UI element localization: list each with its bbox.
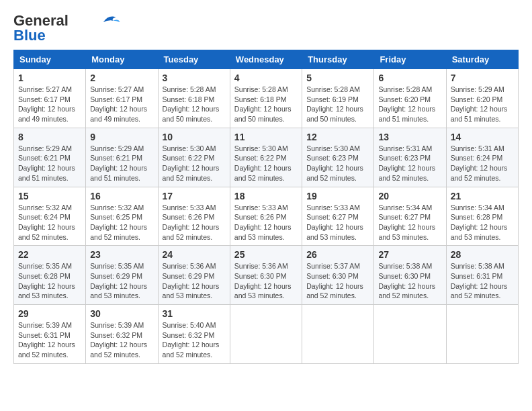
- day-number: 19: [306, 191, 369, 201]
- day-number: 16: [90, 191, 153, 201]
- day-info: Sunrise: 5:28 AM Sunset: 6:19 PM Dayligh…: [306, 85, 369, 124]
- logo-text: GeneralBlue: [13, 13, 69, 43]
- day-number: 28: [451, 249, 514, 260]
- day-number: 7: [451, 73, 514, 83]
- calendar-cell: 14 Sunrise: 5:31 AM Sunset: 6:24 PM Dayl…: [446, 128, 518, 187]
- calendar-cell: 11 Sunrise: 5:30 AM Sunset: 6:22 PM Dayl…: [230, 128, 302, 187]
- day-info: Sunrise: 5:33 AM Sunset: 6:26 PM Dayligh…: [234, 203, 298, 242]
- calendar-cell: 8 Sunrise: 5:29 AM Sunset: 6:21 PM Dayli…: [14, 128, 86, 187]
- day-number: 23: [90, 249, 153, 260]
- logo-bird-icon: [101, 14, 121, 28]
- calendar-cell: 21 Sunrise: 5:34 AM Sunset: 6:28 PM Dayl…: [446, 187, 518, 246]
- day-info: Sunrise: 5:34 AM Sunset: 6:27 PM Dayligh…: [378, 203, 441, 242]
- day-info: Sunrise: 5:30 AM Sunset: 6:22 PM Dayligh…: [163, 144, 226, 183]
- day-number: 26: [306, 249, 369, 260]
- day-number: 2: [90, 73, 153, 83]
- calendar-cell: 7 Sunrise: 5:29 AM Sunset: 6:20 PM Dayli…: [446, 69, 518, 128]
- calendar-cell: 30 Sunrise: 5:39 AM Sunset: 6:32 PM Dayl…: [86, 305, 158, 364]
- calendar-cell: 29 Sunrise: 5:39 AM Sunset: 6:31 PM Dayl…: [14, 305, 86, 364]
- day-number: 11: [234, 132, 298, 142]
- day-number: 15: [18, 191, 81, 201]
- day-number: 30: [90, 308, 153, 319]
- day-info: Sunrise: 5:34 AM Sunset: 6:28 PM Dayligh…: [451, 203, 514, 242]
- day-number: 31: [163, 308, 226, 319]
- day-number: 29: [18, 308, 81, 319]
- day-number: 8: [18, 132, 81, 142]
- weekday-header-friday: Friday: [374, 50, 446, 69]
- weekday-header-sunday: Sunday: [14, 50, 86, 69]
- calendar-cell: [374, 305, 446, 364]
- logo: GeneralBlue: [13, 13, 121, 43]
- calendar-cell: [302, 305, 374, 364]
- day-info: Sunrise: 5:28 AM Sunset: 6:20 PM Dayligh…: [378, 85, 441, 124]
- day-info: Sunrise: 5:29 AM Sunset: 6:21 PM Dayligh…: [18, 144, 81, 183]
- day-number: 20: [378, 191, 441, 201]
- calendar-cell: 25 Sunrise: 5:36 AM Sunset: 6:30 PM Dayl…: [230, 246, 302, 305]
- day-info: Sunrise: 5:33 AM Sunset: 6:27 PM Dayligh…: [306, 203, 369, 242]
- day-number: 4: [234, 73, 298, 83]
- day-number: 18: [234, 191, 298, 201]
- day-info: Sunrise: 5:29 AM Sunset: 6:20 PM Dayligh…: [451, 85, 514, 124]
- day-info: Sunrise: 5:36 AM Sunset: 6:30 PM Dayligh…: [234, 261, 298, 301]
- calendar-cell: 27 Sunrise: 5:38 AM Sunset: 6:30 PM Dayl…: [374, 246, 446, 305]
- calendar-cell: [230, 305, 302, 364]
- day-info: Sunrise: 5:36 AM Sunset: 6:29 PM Dayligh…: [163, 261, 226, 301]
- calendar-cell: 15 Sunrise: 5:32 AM Sunset: 6:24 PM Dayl…: [14, 187, 86, 246]
- calendar-cell: 18 Sunrise: 5:33 AM Sunset: 6:26 PM Dayl…: [230, 187, 302, 246]
- day-info: Sunrise: 5:35 AM Sunset: 6:29 PM Dayligh…: [90, 261, 153, 301]
- day-number: 14: [451, 132, 514, 142]
- weekday-header-thursday: Thursday: [302, 50, 374, 69]
- calendar-cell: 28 Sunrise: 5:38 AM Sunset: 6:31 PM Dayl…: [446, 246, 518, 305]
- calendar-cell: 2 Sunrise: 5:27 AM Sunset: 6:17 PM Dayli…: [86, 69, 158, 128]
- weekday-header-monday: Monday: [86, 50, 158, 69]
- calendar-cell: 10 Sunrise: 5:30 AM Sunset: 6:22 PM Dayl…: [158, 128, 230, 187]
- header: GeneralBlue: [13, 13, 519, 43]
- day-info: Sunrise: 5:33 AM Sunset: 6:26 PM Dayligh…: [163, 203, 226, 242]
- day-info: Sunrise: 5:29 AM Sunset: 6:21 PM Dayligh…: [90, 144, 153, 183]
- day-number: 10: [163, 132, 226, 142]
- calendar-cell: 26 Sunrise: 5:37 AM Sunset: 6:30 PM Dayl…: [302, 246, 374, 305]
- calendar-cell: 23 Sunrise: 5:35 AM Sunset: 6:29 PM Dayl…: [86, 246, 158, 305]
- day-number: 1: [18, 73, 81, 83]
- day-number: 17: [163, 191, 226, 201]
- calendar-cell: 16 Sunrise: 5:32 AM Sunset: 6:25 PM Dayl…: [86, 187, 158, 246]
- weekday-header-wednesday: Wednesday: [230, 50, 302, 69]
- day-info: Sunrise: 5:35 AM Sunset: 6:28 PM Dayligh…: [18, 261, 81, 301]
- calendar-cell: 4 Sunrise: 5:28 AM Sunset: 6:18 PM Dayli…: [230, 69, 302, 128]
- day-info: Sunrise: 5:37 AM Sunset: 6:30 PM Dayligh…: [306, 261, 369, 301]
- calendar-cell: 6 Sunrise: 5:28 AM Sunset: 6:20 PM Dayli…: [374, 69, 446, 128]
- day-info: Sunrise: 5:28 AM Sunset: 6:18 PM Dayligh…: [163, 85, 226, 124]
- calendar-cell: 1 Sunrise: 5:27 AM Sunset: 6:17 PM Dayli…: [14, 69, 86, 128]
- calendar-cell: 5 Sunrise: 5:28 AM Sunset: 6:19 PM Dayli…: [302, 69, 374, 128]
- day-number: 12: [306, 132, 369, 142]
- day-info: Sunrise: 5:39 AM Sunset: 6:31 PM Dayligh…: [18, 320, 81, 360]
- day-number: 27: [378, 249, 441, 260]
- day-number: 5: [306, 73, 369, 83]
- day-info: Sunrise: 5:38 AM Sunset: 6:31 PM Dayligh…: [451, 261, 514, 301]
- day-number: 21: [451, 191, 514, 201]
- calendar-cell: 3 Sunrise: 5:28 AM Sunset: 6:18 PM Dayli…: [158, 69, 230, 128]
- day-info: Sunrise: 5:32 AM Sunset: 6:24 PM Dayligh…: [18, 203, 81, 242]
- day-info: Sunrise: 5:31 AM Sunset: 6:23 PM Dayligh…: [378, 144, 441, 183]
- calendar-cell: 13 Sunrise: 5:31 AM Sunset: 6:23 PM Dayl…: [374, 128, 446, 187]
- day-number: 13: [378, 132, 441, 142]
- day-info: Sunrise: 5:30 AM Sunset: 6:22 PM Dayligh…: [234, 144, 298, 183]
- calendar-cell: 12 Sunrise: 5:30 AM Sunset: 6:23 PM Dayl…: [302, 128, 374, 187]
- day-info: Sunrise: 5:27 AM Sunset: 6:17 PM Dayligh…: [18, 85, 81, 124]
- day-info: Sunrise: 5:40 AM Sunset: 6:32 PM Dayligh…: [163, 320, 226, 360]
- day-info: Sunrise: 5:30 AM Sunset: 6:23 PM Dayligh…: [306, 144, 369, 183]
- day-number: 24: [163, 249, 226, 260]
- day-info: Sunrise: 5:31 AM Sunset: 6:24 PM Dayligh…: [451, 144, 514, 183]
- day-info: Sunrise: 5:32 AM Sunset: 6:25 PM Dayligh…: [90, 203, 153, 242]
- day-info: Sunrise: 5:39 AM Sunset: 6:32 PM Dayligh…: [90, 320, 153, 360]
- calendar-cell: 20 Sunrise: 5:34 AM Sunset: 6:27 PM Dayl…: [374, 187, 446, 246]
- calendar-cell: 24 Sunrise: 5:36 AM Sunset: 6:29 PM Dayl…: [158, 246, 230, 305]
- day-number: 6: [378, 73, 441, 83]
- calendar: SundayMondayTuesdayWednesdayThursdayFrid…: [13, 50, 519, 364]
- calendar-cell: 9 Sunrise: 5:29 AM Sunset: 6:21 PM Dayli…: [86, 128, 158, 187]
- calendar-cell: 22 Sunrise: 5:35 AM Sunset: 6:28 PM Dayl…: [14, 246, 86, 305]
- calendar-cell: 31 Sunrise: 5:40 AM Sunset: 6:32 PM Dayl…: [158, 305, 230, 364]
- weekday-header-tuesday: Tuesday: [158, 50, 230, 69]
- calendar-cell: 19 Sunrise: 5:33 AM Sunset: 6:27 PM Dayl…: [302, 187, 374, 246]
- day-number: 22: [18, 249, 81, 260]
